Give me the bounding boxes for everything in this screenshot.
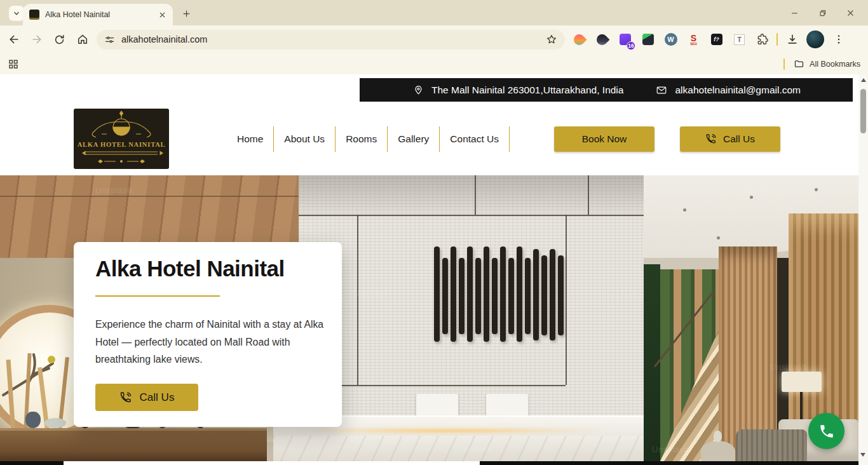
scrollbar-thumb[interactable] — [860, 89, 866, 133]
photo-monitor — [486, 394, 528, 417]
profile-avatar[interactable] — [806, 30, 824, 48]
wall-slat — [500, 246, 506, 342]
site-email[interactable]: alkahotelnainital@gmail.com — [656, 84, 801, 96]
browser-tab[interactable]: Alka Hotel Nainital — [23, 4, 173, 25]
hero-title-underline — [95, 295, 220, 297]
wall-slat — [434, 246, 440, 342]
wordpress-extension-icon[interactable]: W — [662, 31, 679, 48]
site-settings-icon[interactable] — [104, 34, 115, 45]
photo-downlight — [683, 208, 686, 212]
nav-separator — [509, 126, 510, 152]
photo-downlight — [717, 236, 720, 239]
url-text[interactable]: alkahotelnainital.com — [121, 34, 546, 44]
window-minimize-button[interactable] — [780, 0, 808, 25]
reload-icon[interactable] — [51, 31, 68, 48]
site-email-text: alkahotelnainital@gmail.com — [675, 84, 801, 96]
all-bookmarks-label: All Bookmarks — [810, 60, 860, 69]
photo-tea-table — [0, 428, 267, 461]
nav-item-gallery[interactable]: Gallery — [388, 133, 439, 145]
new-tab-button[interactable] — [178, 5, 194, 22]
browser-toolbar: alkahotelnainital.com 16 W S SEO f? T — [0, 25, 868, 53]
texttool-extension-icon[interactable]: T — [731, 31, 748, 48]
window-restore-button[interactable] — [808, 0, 836, 25]
wall-slat-art — [434, 246, 569, 347]
colorpicker-extension-icon[interactable] — [571, 31, 588, 48]
wall-slat — [533, 249, 539, 340]
bookmark-star-icon[interactable] — [546, 34, 557, 45]
nav-item-contact-us[interactable]: Contact Us — [440, 133, 509, 145]
wall-slat — [467, 246, 473, 342]
tab-search-button[interactable] — [9, 6, 24, 21]
fontfinder-extension-icon[interactable]: f? — [708, 31, 725, 48]
site-logo[interactable]: ALKA HOTEL NAINITAL — [74, 109, 169, 169]
hero-description: Experience the charm of Nainital with a … — [95, 316, 324, 368]
browser-menu-icon[interactable] — [830, 31, 847, 48]
purple-extension-icon[interactable]: 16 — [616, 31, 634, 48]
forward-icon[interactable] — [28, 31, 45, 48]
wall-slat — [442, 258, 448, 334]
site-address: The Mall Nainital 263001,Uttarakhand, In… — [413, 84, 623, 96]
letter-t-icon: T — [734, 34, 745, 45]
eyedropper-extension-icon[interactable] — [593, 31, 611, 48]
wall-slat — [475, 258, 481, 334]
hero-call-us-label: Call Us — [140, 391, 175, 404]
wall-slat — [558, 255, 564, 335]
mail-icon — [656, 84, 667, 96]
back-icon[interactable] — [5, 31, 22, 48]
tab-title: Alka Hotel Nainital — [45, 10, 158, 19]
photo-side-table — [701, 441, 735, 461]
wall-slat — [459, 258, 465, 334]
wall-slat — [451, 246, 456, 342]
all-bookmarks-button[interactable]: All Bookmarks — [794, 58, 860, 69]
scroll-down-arrow[interactable] — [860, 453, 865, 457]
main-nav: Home About Us Rooms Gallery Contact Us — [227, 126, 510, 152]
address-bar[interactable]: alkahotelnainital.com — [97, 30, 565, 50]
wall-seam — [357, 215, 358, 385]
location-pin-icon — [413, 84, 424, 95]
scroll-up-arrow[interactable] — [861, 78, 866, 82]
wall-slat — [550, 249, 555, 340]
downloads-icon[interactable] — [783, 31, 801, 48]
phone-icon — [818, 423, 835, 440]
wall-slat — [484, 246, 489, 342]
home-icon[interactable] — [74, 31, 91, 48]
seo-sub-glyph: SEO — [690, 43, 697, 46]
seo-extension-icon[interactable]: S SEO — [685, 31, 702, 48]
wall-seam — [588, 175, 589, 215]
extensions-puzzle-icon[interactable] — [754, 31, 771, 48]
book-now-button[interactable]: Book Now — [554, 126, 654, 152]
nav-item-home[interactable]: Home — [227, 133, 273, 145]
tab-close-icon[interactable] — [158, 11, 166, 19]
hero-section: UnsplashUnsplashUnsplashUnsplashUnsplash… — [0, 175, 858, 461]
tab-favicon — [29, 10, 39, 20]
toolbar-separator — [776, 33, 778, 46]
floating-phone-button[interactable] — [808, 413, 844, 449]
photo-downlight — [750, 196, 753, 199]
wall-slat — [541, 255, 547, 335]
nav-item-rooms[interactable]: Rooms — [336, 133, 387, 145]
folder-icon — [794, 58, 804, 69]
page-scrollbar[interactable] — [858, 74, 868, 465]
hero-call-us-button[interactable]: Call Us — [95, 384, 198, 411]
site-address-text: The Mall Nainital 263001,Uttarakhand, In… — [431, 84, 623, 96]
wall-slat — [508, 258, 514, 334]
window-close-button[interactable] — [836, 0, 864, 25]
photo-monitor — [416, 394, 458, 417]
nav-item-about-us[interactable]: About Us — [274, 133, 335, 145]
photo-chair — [736, 429, 807, 461]
hero-title: Alka Hotel Nainital — [95, 256, 285, 281]
extension-badge: 16 — [627, 41, 635, 50]
dark-folder-icon — [642, 34, 654, 45]
next-section-strip — [0, 461, 858, 465]
bookmarks-bar: All Bookmarks — [0, 53, 868, 74]
folder-extension-icon[interactable] — [639, 31, 656, 48]
f-question-icon: f? — [711, 34, 722, 45]
seo-s-glyph: S — [691, 34, 696, 43]
site-topbar: The Mall Nainital 263001,Uttarakhand, In… — [360, 78, 853, 102]
apps-grid-icon[interactable] — [8, 58, 19, 70]
wordpress-icon: W — [665, 33, 677, 46]
next-section-card — [64, 461, 480, 465]
browser-titlebar: Alka Hotel Nainital — [0, 0, 868, 25]
header-call-us-button[interactable]: Call Us — [680, 126, 780, 152]
book-now-label: Book Now — [582, 133, 627, 145]
